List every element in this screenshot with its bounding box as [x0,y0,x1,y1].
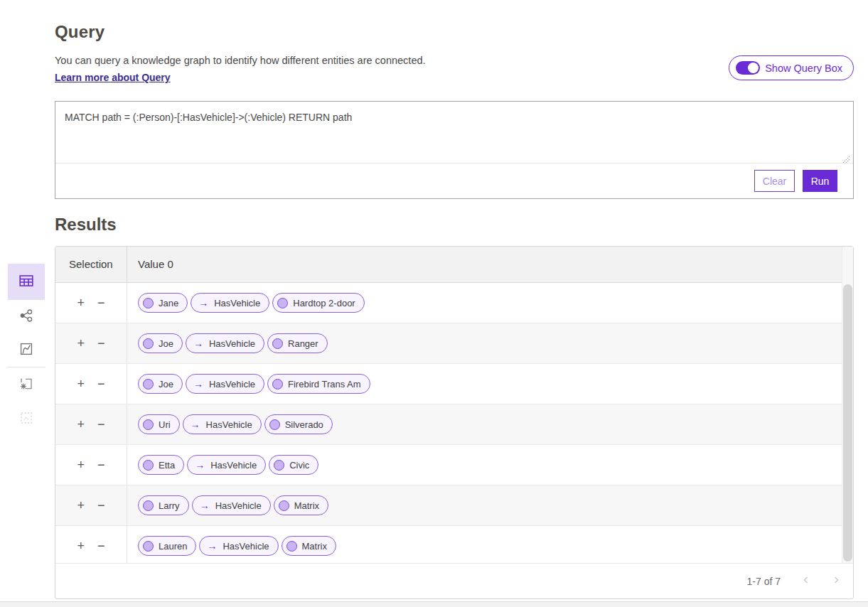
results-table: Selection Value 0 + − Jane → HasVehicle … [55,246,854,599]
add-selection-button[interactable]: + [75,457,86,473]
entity-pill-vehicle[interactable]: Silverado [264,414,333,434]
relationship-pill[interactable]: → HasVehicle [186,374,264,394]
entity-label: Firebird Trans Am [288,379,361,390]
scrollbar-thumb[interactable] [843,284,852,562]
entity-pill-vehicle[interactable]: Civic [269,455,318,475]
remove-selection-button[interactable]: − [96,457,107,473]
sidebar-item-link-chart-view[interactable] [19,309,33,323]
entity-pill-person[interactable]: Etta [138,455,184,475]
chevron-right-icon [832,576,840,586]
entity-label: Civic [289,460,309,471]
sidebar-item-add-to-map [19,412,33,426]
entity-pill-vehicle[interactable]: Hardtop 2-door [272,293,364,313]
entity-pill-vehicle[interactable]: Ranger [267,333,328,353]
add-selection-button[interactable]: + [75,295,86,311]
remove-selection-button[interactable]: − [96,335,107,351]
relationship-pill[interactable]: → HasVehicle [192,495,271,515]
page-bottom-edge [0,601,868,607]
show-query-box-toggle[interactable]: Show Query Box [729,55,854,80]
remove-selection-button[interactable]: − [96,417,107,432]
map-view-icon [19,342,33,358]
remove-selection-button[interactable]: − [96,295,107,311]
entity-pill-person[interactable]: Joe [138,333,183,353]
query-input[interactable]: MATCH path = (:Person)-[:HasVehicle]->(:… [65,111,839,124]
entity-label: Jane [159,298,178,308]
entity-pill-vehicle[interactable]: Matrix [282,536,336,556]
relationship-label: HasVehicle [214,298,260,308]
entity-pill-person[interactable]: Jane [138,293,188,313]
run-button[interactable]: Run [803,170,837,192]
table-row: + − Joe → HasVehicle Firebird Trans Am [55,364,853,404]
clear-button[interactable]: Clear [754,170,795,192]
entity-label: Etta [159,460,175,471]
sidebar-item-map-view[interactable] [19,343,33,357]
selection-cell: + − [55,485,127,525]
table-row: + − Uri → HasVehicle Silverado [55,404,853,445]
table-row: + − Lauren → HasVehicle Matrix [55,526,853,564]
new-map-icon [19,377,33,393]
add-selection-button[interactable]: + [75,335,86,351]
toggle-switch-icon[interactable] [736,61,760,75]
column-header-selection: Selection [55,247,127,282]
table-row: + − Joe → HasVehicle Ranger [55,323,853,364]
relationship-label: HasVehicle [223,541,269,552]
remove-selection-button[interactable]: − [96,538,107,554]
entity-pill-person[interactable]: Larry [138,495,189,515]
entity-node-icon [143,379,154,390]
arrow-right-icon: → [193,338,203,348]
learn-more-link[interactable]: Learn more about Query [55,72,171,83]
selection-cell: + − [55,283,127,323]
relationship-label: HasVehicle [209,379,255,390]
entity-node-icon [143,298,154,308]
column-header-value0: Value 0 [127,247,853,282]
relationship-pill[interactable]: → HasVehicle [199,536,278,556]
remove-selection-button[interactable]: − [96,498,107,513]
add-to-map-icon [19,411,33,427]
value-cell: Uri → HasVehicle Silverado [127,404,853,444]
sidebar-item-new-map[interactable] [19,377,33,392]
add-selection-button[interactable]: + [75,417,86,432]
pagination-next-button[interactable] [832,576,840,586]
entity-label: Silverado [285,419,323,430]
link-chart-view-icon [19,308,33,325]
sidebar-item-table-view[interactable] [8,264,45,300]
toggle-label: Show Query Box [765,63,842,74]
value-cell: Etta → HasVehicle Civic [127,445,853,485]
entity-pill-person[interactable]: Joe [138,374,183,394]
resize-handle-icon[interactable] [842,154,850,166]
add-selection-button[interactable]: + [75,376,86,392]
relationship-label: HasVehicle [210,460,257,471]
entity-pill-person[interactable]: Uri [138,414,180,434]
entity-label: Matrix [302,541,327,552]
pagination-prev-button[interactable] [802,576,810,586]
entity-node-icon [272,379,283,390]
entity-pill-vehicle[interactable]: Firebird Trans Am [267,374,370,394]
add-selection-button[interactable]: + [75,538,86,554]
selection-cell: + − [55,404,127,444]
table-scrollbar[interactable] [842,247,853,564]
entity-label: Hardtop 2-door [293,298,355,308]
entity-node-icon [143,500,154,511]
query-actions: Clear Run [754,170,837,192]
table-row: + − Jane → HasVehicle Hardtop 2-door [55,283,853,323]
relationship-pill[interactable]: → HasVehicle [187,455,266,475]
page-description: You can query a knowledge graph to ident… [55,55,426,66]
entity-pill-vehicle[interactable]: Matrix [274,495,328,515]
add-selection-button[interactable]: + [75,498,86,513]
relationship-pill[interactable]: → HasVehicle [186,333,264,353]
entity-pill-person[interactable]: Lauren [138,536,196,556]
remove-selection-button[interactable]: − [96,376,107,392]
entity-node-icon [277,298,288,308]
relationship-label: HasVehicle [215,500,262,511]
relationship-pill[interactable]: → HasVehicle [183,414,262,434]
entity-node-icon [143,338,154,349]
arrow-right-icon: → [191,419,200,429]
arrow-right-icon: → [193,379,203,389]
relationship-pill[interactable]: → HasVehicle [191,293,269,313]
pagination-label: 1-7 of 7 [747,576,781,587]
pagination-bar: 1-7 of 7 [55,563,853,598]
table-row: + − Etta → HasVehicle Civic [55,445,853,485]
value-cell: Joe → HasVehicle Ranger [127,323,853,363]
entity-node-icon [143,460,154,471]
results-table-header: Selection Value 0 [55,247,853,283]
